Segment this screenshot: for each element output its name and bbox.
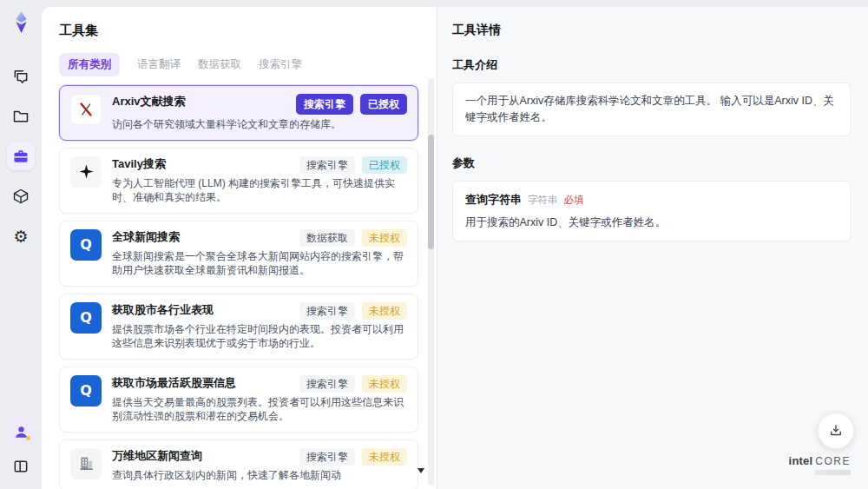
param-type: 字符串 [528, 194, 558, 207]
params-heading: 参数 [452, 155, 851, 171]
tool-card-global-news[interactable]: Q 全球新闻搜索 数据获取 未授权 全球新闻搜索是一个聚合全球各大新闻网站内容的… [59, 221, 418, 287]
tool-description: 专为人工智能代理 (LLM) 构建的搜索引擎工具，可快速提供实时、准确和真实的结… [112, 176, 407, 205]
tool-title: 全球新闻搜索 [112, 229, 180, 244]
download-icon [828, 423, 844, 439]
nav-chat[interactable] [7, 63, 35, 90]
panel-toggle-icon [12, 458, 30, 475]
chat-icon [12, 68, 30, 85]
tool-description: 提供当天交易量最高的股票列表。投资者可以利用这些信息来识别流动性强的股票和潜在的… [112, 395, 407, 424]
intro-text: 一个用于从Arxiv存储库搜索科学论文和文章的工具。 输入可以是Arxiv ID… [465, 95, 834, 123]
intel-core-logo: intelcore [789, 453, 851, 475]
package-icon [12, 188, 30, 205]
tool-description: 全球新闻搜索是一个聚合全球各大新闻网站内容的搜索引擎，帮助用户快速获取全球最新资… [112, 249, 407, 278]
q-logo-glyph: Q [80, 309, 92, 326]
main-panel: 工具集 所有类别 语言翻译 数据获取 搜索引擎 Arxiv文献搜索 [42, 7, 868, 489]
arxiv-logo-icon [70, 94, 102, 125]
tool-card-list: Arxiv文献搜索 搜索引擎 已授权 访问各个研究领域大量科学论文和文章的存储库… [59, 85, 418, 489]
category-badge: 搜索引擎 [299, 302, 355, 320]
param-required-flag: 必填 [564, 194, 584, 207]
intel-wordmark: intel [789, 454, 813, 467]
gem-logo-icon [10, 10, 33, 34]
status-badge: 未授权 [362, 448, 407, 466]
tavily-star-icon [70, 156, 102, 188]
briefcase-icon [12, 148, 30, 165]
tool-title: Tavily搜索 [112, 156, 166, 171]
category-badge: 搜索引擎 [299, 448, 355, 466]
list-scrollbar-thumb[interactable] [428, 135, 434, 249]
nav-files[interactable] [7, 102, 35, 130]
tool-description: 访问各个研究领域大量科学论文和文章的存储库。 [112, 117, 407, 132]
q-logo-glyph: Q [80, 236, 92, 253]
category-badge: 数据获取 [299, 229, 355, 247]
status-badge: 未授权 [362, 375, 407, 393]
details-title: 工具详情 [452, 23, 851, 38]
intro-heading: 工具介绍 [452, 57, 851, 73]
rail-bottom [0, 418, 42, 480]
stock-tool-logo-icon: Q [70, 375, 102, 406]
app-logo[interactable] [8, 9, 34, 35]
tool-title: Arxiv文献搜索 [112, 94, 186, 109]
scroll-down-arrow-icon[interactable] [418, 468, 424, 473]
nav-settings[interactable]: ⚙ [7, 222, 35, 250]
stock-tool-logo-icon: Q [70, 302, 102, 334]
tool-description: 提供股票市场各个行业在特定时间段内的表现。投资者可以利用这些信息来识别表现优于或… [112, 322, 407, 351]
tool-card-tavily[interactable]: Tavily搜索 搜索引擎 已授权 专为人工智能代理 (LLM) 构建的搜索引擎… [59, 148, 418, 214]
list-scrollbar-track[interactable] [428, 78, 434, 486]
left-rail: ⚙ [0, 0, 42, 489]
user-status-dot [26, 436, 30, 440]
tab-search-engine[interactable]: 搜索引擎 [259, 53, 302, 76]
nav-packages[interactable] [7, 182, 35, 210]
tool-card-regional-news[interactable]: 万维地区新闻查询 搜索引擎 未授权 查询具体行政区划内的新闻，快速了解各地新闻动 [59, 439, 418, 489]
tool-card-arxiv[interactable]: Arxiv文献搜索 搜索引擎 已授权 访问各个研究领域大量科学论文和文章的存储库… [59, 85, 418, 141]
tab-all-categories[interactable]: 所有类别 [59, 53, 120, 76]
tool-title: 获取股市各行业表现 [112, 302, 214, 317]
status-badge: 未授权 [362, 229, 407, 247]
toolset-panel: 工具集 所有类别 语言翻译 数据获取 搜索引擎 Arxiv文献搜索 [42, 7, 437, 489]
param-description: 用于搜索的Arxiv ID、关键字或作者姓名。 [465, 215, 838, 230]
intro-text-box: 一个用于从Arxiv存储库搜索科学论文和文章的工具。 输入可以是Arxiv ID… [452, 83, 851, 136]
parameter-item: 查询字符串 字符串 必填 用于搜索的Arxiv ID、关键字或作者姓名。 [452, 181, 851, 241]
category-tabs: 所有类别 语言翻译 数据获取 搜索引擎 [59, 53, 437, 76]
ultra-wordmark-faded [814, 470, 851, 475]
tab-data-acquisition[interactable]: 数据获取 [198, 53, 241, 76]
category-badge: 搜索引擎 [299, 375, 355, 393]
tab-language-translation[interactable]: 语言翻译 [137, 53, 181, 76]
tool-title: 万维地区新闻查询 [112, 448, 202, 463]
building-news-icon [70, 448, 102, 479]
nav-account[interactable] [7, 418, 35, 446]
q-logo-glyph: Q [80, 382, 92, 399]
param-name: 查询字符串 [465, 192, 522, 208]
download-button[interactable] [818, 413, 854, 449]
nav-collapse-panel[interactable] [7, 453, 35, 480]
tool-title: 获取市场最活跃股票信息 [112, 375, 236, 390]
status-badge: 未授权 [362, 302, 407, 320]
rail-nav: ⚙ [7, 63, 35, 250]
toolset-title: 工具集 [59, 23, 437, 39]
tool-card-active-stocks[interactable]: Q 获取市场最活跃股票信息 搜索引擎 未授权 提供当天交易量最高的股票列表。投资… [59, 367, 418, 433]
category-badge: 搜索引擎 [296, 94, 353, 115]
tool-description: 查询具体行政区划内的新闻，快速了解各地新闻动 [112, 468, 407, 483]
status-badge: 已授权 [362, 156, 407, 174]
category-badge: 搜索引擎 [299, 156, 355, 174]
core-wordmark: core [815, 455, 851, 467]
nav-toolset[interactable] [7, 142, 35, 170]
status-badge: 已授权 [360, 94, 407, 115]
folder-icon [12, 108, 30, 125]
gear-icon: ⚙ [13, 228, 28, 245]
news-search-logo-icon: Q [70, 229, 102, 261]
tool-details-panel: 工具详情 工具介绍 一个用于从Arxiv存储库搜索科学论文和文章的工具。 输入可… [437, 7, 868, 489]
tool-card-sector-performance[interactable]: Q 获取股市各行业表现 搜索引擎 未授权 提供股票市场各个行业在特定时间段内的表… [59, 294, 418, 360]
